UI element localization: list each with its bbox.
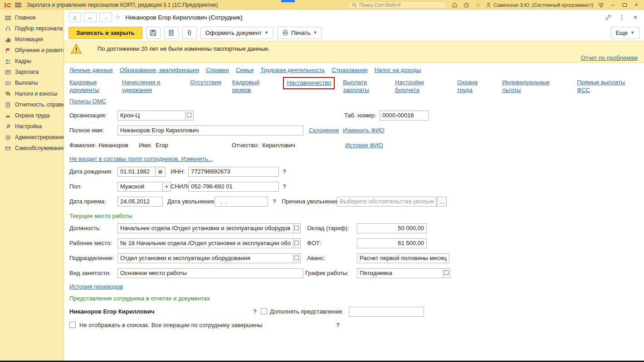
employment-type-input[interactable] (117, 268, 303, 278)
gender-dropdown-icon[interactable]: ▾ (163, 182, 171, 192)
sidebar-item-settings[interactable]: Настройка (0, 121, 63, 132)
tab-income-tax[interactable]: Налог на доходы (374, 67, 421, 74)
full-name-label: Полное имя: (69, 125, 104, 135)
create-document-button[interactable]: Оформить документ ▼ (200, 27, 273, 39)
service-menu-icon[interactable] (597, 1, 605, 9)
sidebar-item-training[interactable]: Обучение и развитие (0, 45, 63, 56)
forward-button[interactable]: → (99, 12, 112, 22)
snils-input[interactable] (188, 182, 279, 192)
dismissal-date-help-link[interactable]: ? (273, 197, 276, 207)
dismissal-date-input[interactable] (215, 197, 268, 207)
inn-input[interactable] (188, 167, 279, 177)
tab-personnel-reserve[interactable]: Кадровый резерв (232, 79, 269, 94)
full-name-input[interactable] (117, 125, 303, 135)
history-clock-icon[interactable] (462, 1, 470, 9)
sidebar-item-self-service[interactable]: Самообслуживание (0, 143, 63, 154)
save-close-button[interactable]: Записать и закрыть (68, 27, 142, 39)
snils-help-link[interactable]: ? (283, 182, 286, 192)
tab-personal-data[interactable]: Личные данные (69, 67, 113, 74)
attachments-paperclip-button[interactable] (182, 27, 197, 39)
print-button[interactable]: Печать ▼ (277, 27, 322, 39)
sidebar-item-main[interactable]: Главное (0, 12, 63, 23)
position-picker-icon[interactable] (293, 223, 301, 233)
transfer-history-link[interactable]: История переводов (69, 282, 123, 292)
window-title-row: ⌂ ← → ☆ Никаноров Егор Кириллович (Сотру… (64, 10, 644, 24)
copy-link-icon[interactable] (604, 13, 612, 21)
sidebar-item-salary[interactable]: Зарплата (0, 67, 63, 77)
birth-date-input[interactable] (117, 167, 156, 177)
tab-fss-direct-payments[interactable]: Прямые выплаты ФСС (577, 79, 639, 94)
sidebar-item-reports[interactable]: Отчетность, справки (0, 99, 63, 110)
notifications-bell-icon[interactable] (450, 1, 459, 9)
sidebar-item-administration[interactable]: Администрирование (0, 132, 63, 143)
journal-button[interactable] (164, 27, 179, 39)
tab-number-input[interactable] (380, 111, 429, 121)
tab-absences[interactable]: Отсутствия (190, 79, 221, 87)
home-button[interactable]: ⌂ (68, 12, 81, 22)
tab-education[interactable]: Образование, квалификация (120, 67, 199, 74)
department-picker-icon[interactable] (293, 253, 301, 263)
more-dots-icon[interactable]: ⋮ (618, 13, 626, 21)
position-input[interactable] (117, 223, 293, 233)
tab-certificates[interactable]: Справки (206, 67, 229, 74)
maximize-button[interactable] (620, 1, 629, 9)
tab-salary-payment[interactable]: Выплата зарплаты (343, 79, 377, 94)
fot-input[interactable] (357, 238, 427, 248)
hide-in-lists-checkbox[interactable] (69, 322, 76, 328)
presentation-help-link[interactable]: ? (253, 307, 257, 317)
journal-table-icon (5, 69, 11, 75)
dismissal-reason-ellipsis-button[interactable]: ... (437, 197, 447, 207)
sidebar-item-labor-safety[interactable]: Охрана труда (0, 110, 63, 121)
tab-labor-safety[interactable]: Охрана труда (457, 79, 494, 94)
more-button[interactable]: Еще ▼ (611, 27, 639, 39)
tab-accruals-deductions[interactable]: Начисления и удержания (122, 79, 176, 94)
fio-history-link[interactable]: История ФИО (345, 140, 383, 150)
close-window-button[interactable]: × (631, 13, 639, 21)
employee-groups-link[interactable]: Не входит в составы групп сотрудников. И… (69, 154, 213, 164)
minimize-button[interactable]: – (609, 1, 617, 9)
schedule-picker-icon[interactable] (443, 268, 450, 278)
sidebar-item-motivation[interactable]: Мотивация (0, 34, 63, 45)
sidebar-item-payments[interactable]: Выплаты (0, 77, 63, 88)
gender-select[interactable] (117, 182, 163, 192)
tab-individual-benefits[interactable]: Индивидуальные льготы (502, 79, 569, 94)
dismissal-reason-input[interactable] (337, 197, 437, 207)
favorite-star-icon[interactable]: ☆ (115, 13, 121, 21)
department-input[interactable] (117, 253, 293, 263)
schedule-input[interactable] (357, 268, 443, 278)
tab-accounting-settings[interactable]: Настройки бухучета (395, 79, 449, 94)
tab-mentoring[interactable]: Наставничество (287, 79, 331, 87)
save-button[interactable] (146, 27, 161, 39)
helmet-icon (5, 112, 11, 119)
tab-oms-policies[interactable]: Полисы ОМС (69, 98, 106, 106)
current-user[interactable]: Савинская З.Ю. (Системный программист) (486, 2, 593, 8)
advance-input[interactable] (357, 253, 449, 263)
change-fio-link[interactable]: Изменить ФИО (343, 125, 385, 135)
firstname-value: Егор (156, 140, 168, 150)
close-app-button[interactable]: × (632, 1, 640, 9)
favorites-star-icon[interactable]: ☆ (474, 1, 482, 9)
birth-date-calendar-icon[interactable]: ▦ (156, 167, 166, 177)
inn-help-link[interactable]: ? (283, 167, 286, 177)
organization-input[interactable] (117, 111, 185, 121)
sidebar-item-recruiting[interactable]: Подбор персонала (0, 23, 63, 34)
tab-hr-documents[interactable]: Кадровые документы (69, 79, 114, 94)
sidebar-item-hr[interactable]: Кадры (0, 56, 63, 67)
sidebar-item-taxes[interactable]: % Налоги и взносы (0, 88, 63, 99)
tab-work-activity[interactable]: Трудовая деятельность (260, 67, 325, 74)
organization-picker-icon[interactable] (185, 111, 194, 121)
workplace-input[interactable] (117, 238, 293, 248)
problems-report-link[interactable]: Отчет по проблемам (581, 54, 638, 61)
hire-date-input[interactable] (117, 197, 163, 207)
salary-input[interactable] (357, 223, 427, 233)
hide-in-lists-help-link[interactable]: ? (336, 320, 340, 330)
workplace-picker-icon[interactable] (293, 238, 301, 248)
tab-insurance[interactable]: Страхование (332, 67, 367, 74)
global-search-input[interactable]: Поиск Ctrl+Shift+F (348, 1, 447, 9)
back-button[interactable]: ← (84, 12, 97, 22)
declensions-link[interactable]: Склонения (309, 125, 339, 135)
supplement-presentation-input[interactable] (349, 307, 424, 317)
tab-family[interactable]: Семья (236, 67, 254, 74)
supplement-presentation-checkbox[interactable] (261, 308, 267, 314)
main-menu-icon[interactable] (15, 3, 21, 7)
